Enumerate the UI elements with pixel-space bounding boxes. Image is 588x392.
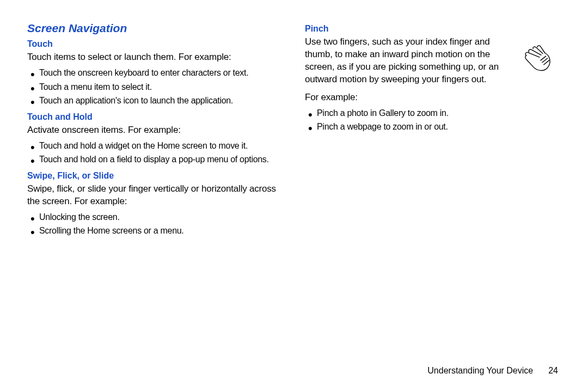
- swipe-list: Unlocking the screen. Scrolling the Home…: [27, 210, 283, 238]
- left-column: Screen Navigation Touch Touch items to s…: [27, 22, 283, 242]
- list-item: Touch a menu item to select it.: [27, 80, 283, 94]
- page-footer: Understanding Your Device 24: [427, 366, 558, 376]
- touch-hold-heading: Touch and Hold: [27, 112, 283, 122]
- footer-chapter: Understanding Your Device: [427, 366, 533, 376]
- list-item: Touch and hold on a field to display a p…: [27, 152, 283, 167]
- list-item: Pinch a photo in Gallery to zoom in.: [305, 106, 561, 120]
- list-item: Touch the onscreen keyboard to enter cha…: [27, 66, 283, 80]
- pinch-heading: Pinch: [305, 24, 561, 34]
- swipe-intro: Swipe, flick, or slide your finger verti…: [27, 183, 283, 208]
- touch-hold-list: Touch and hold a widget on the Home scre…: [27, 139, 283, 167]
- section-title: Screen Navigation: [27, 22, 283, 35]
- list-item: Unlocking the screen.: [27, 210, 283, 224]
- pinch-example-label: For example:: [305, 91, 561, 104]
- content-columns: Screen Navigation Touch Touch items to s…: [27, 22, 561, 242]
- list-item: Touch and hold a widget on the Home scre…: [27, 139, 283, 153]
- list-item: Scrolling the Home screens or a menu.: [27, 224, 283, 238]
- pinch-list: Pinch a photo in Gallery to zoom in. Pin…: [305, 106, 561, 134]
- list-item: Touch an application's icon to launch th…: [27, 94, 283, 108]
- pinch-row: Use two fingers, such as your index fing…: [305, 36, 561, 88]
- pinch-para: Use two fingers, such as your index fing…: [305, 36, 512, 86]
- pinch-hand-icon: [518, 37, 561, 79]
- swipe-heading: Swipe, Flick, or Slide: [27, 171, 283, 181]
- list-item: Pinch a webpage to zoom in or out.: [305, 120, 561, 134]
- touch-intro: Touch items to select or launch them. Fo…: [27, 51, 283, 64]
- right-column: Pinch Use two fingers, such as your inde…: [305, 22, 561, 242]
- pinch-text-wrap: Use two fingers, such as your index fing…: [305, 36, 512, 88]
- footer-page-number: 24: [548, 366, 558, 376]
- touch-hold-intro: Activate onscreen items. For example:: [27, 124, 283, 137]
- touch-heading: Touch: [27, 39, 283, 49]
- touch-list: Touch the onscreen keyboard to enter cha…: [27, 66, 283, 108]
